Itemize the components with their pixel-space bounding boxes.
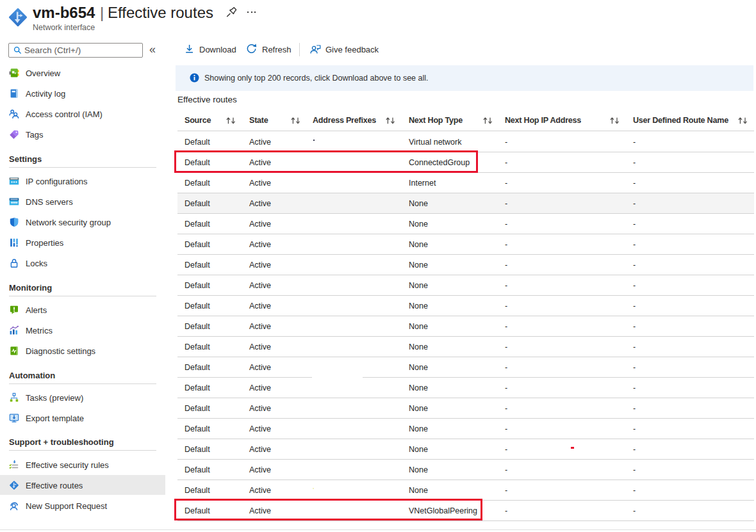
svg-text:www: www: [10, 201, 18, 204]
